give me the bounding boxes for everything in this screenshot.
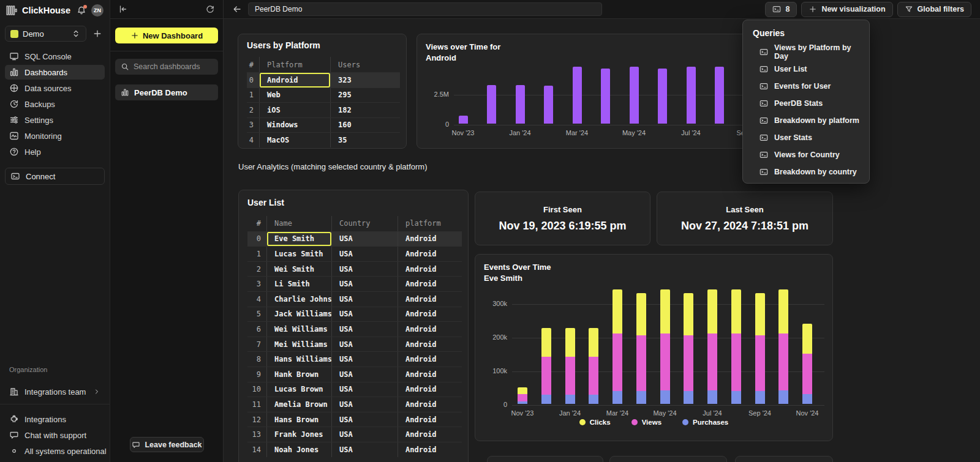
new-dashboard-button[interactable]: New Dashboard (115, 28, 218, 43)
table-cell[interactable]: Android (259, 73, 330, 88)
table-cell[interactable]: USA (331, 352, 398, 367)
table-cell[interactable]: 3 (247, 118, 259, 133)
collapse-panel-icon[interactable] (118, 4, 128, 14)
search-dashboards-box[interactable] (115, 59, 218, 75)
table-cell[interactable]: USA (331, 382, 398, 397)
queries-count-button[interactable]: 8 (765, 2, 797, 17)
query-item[interactable]: User List (743, 61, 869, 78)
chart-bar[interactable] (687, 67, 696, 124)
table-cell[interactable]: Windows (259, 118, 330, 133)
table-cell[interactable]: 7 (247, 337, 266, 352)
sidebar-item-help[interactable]: Help (5, 144, 105, 159)
sidebar-item-monitoring[interactable]: Monitoring (5, 129, 105, 143)
chart-bar-stack[interactable] (518, 387, 527, 404)
chart-bar[interactable] (715, 67, 724, 124)
chart-bar-stack[interactable] (565, 328, 575, 404)
chart-bar[interactable] (573, 67, 582, 124)
table-row[interactable]: 7Mei WilliamsUSAAndroid (247, 337, 462, 352)
table-cell[interactable]: 13 (247, 427, 266, 442)
chart-bar-stack[interactable] (660, 289, 670, 404)
query-item[interactable]: Views for Country (743, 146, 869, 163)
table-row[interactable]: 1Lucas SmithUSAAndroid (247, 246, 462, 261)
global-filters-button[interactable]: Global filters (897, 2, 971, 17)
table-cell[interactable]: Lucas Brown (266, 382, 331, 397)
table-cell[interactable]: Wei Williams (266, 322, 331, 337)
table-row[interactable]: 9Hank BrownUSAAndroid (247, 367, 462, 382)
sidebar-item-integrations[interactable]: Integrations (5, 412, 105, 427)
table-row[interactable]: 6Wei WilliamsUSAAndroid (247, 321, 462, 337)
table-row[interactable]: 12Hans BrownUSAAndroid (247, 412, 462, 427)
table-cell[interactable]: USA (331, 367, 398, 382)
table-cell[interactable]: Li Smith (266, 277, 331, 291)
search-dashboards-input[interactable] (134, 62, 213, 71)
table-cell[interactable]: Android (398, 382, 462, 397)
table-cell[interactable]: Android (398, 367, 462, 382)
chart-bar-stack[interactable] (541, 328, 551, 404)
table-row[interactable]: 13Frank JonesUSAAndroid (247, 427, 462, 442)
table-cell[interactable]: Mei Williams (266, 337, 331, 352)
dashboard-title-input[interactable] (248, 2, 602, 16)
table-cell[interactable]: iOS (259, 103, 330, 117)
table-row[interactable]: 14Noah JonesUSAAndroid (247, 442, 462, 457)
sidebar-item-dashboards[interactable]: Dashboards (5, 65, 105, 80)
sidebar-item-data-sources[interactable]: Data sources (5, 81, 105, 95)
table-cell[interactable]: USA (331, 337, 398, 352)
chart-bar[interactable] (544, 86, 553, 124)
table-row[interactable]: 2Wei SmithUSAAndroid (247, 261, 462, 277)
chart-bar[interactable] (630, 67, 639, 124)
table-cell[interactable]: Android (398, 232, 462, 247)
table-cell[interactable]: MacOS (259, 133, 330, 147)
chart-bar[interactable] (658, 69, 667, 124)
table-cell[interactable]: USA (331, 292, 398, 307)
table-cell[interactable]: 8 (247, 352, 266, 367)
table-cell[interactable]: Noah Jones (266, 442, 331, 457)
chart-bar-stack[interactable] (755, 293, 765, 404)
chart-bar-stack[interactable] (684, 293, 693, 404)
legend-item[interactable]: Views (631, 419, 662, 426)
table-row[interactable]: 4MacOS35 (247, 132, 400, 147)
sidebar-item-settings[interactable]: Settings (5, 113, 105, 127)
back-button[interactable] (232, 4, 242, 14)
table-cell[interactable]: USA (331, 307, 398, 322)
table-cell[interactable]: Jack Williams (266, 307, 331, 322)
table-cell[interactable]: Android (398, 412, 462, 427)
leave-feedback-button[interactable]: Leave feedback (130, 437, 204, 452)
table-cell[interactable]: Hank Brown (266, 367, 331, 382)
table-cell[interactable]: 10 (247, 382, 266, 397)
table-cell[interactable]: Amelia Brown (266, 397, 331, 412)
chart-bar[interactable] (516, 85, 525, 124)
table-cell[interactable]: Eve Smith (266, 232, 331, 247)
table-cell[interactable]: 2 (247, 262, 266, 277)
sidebar-item-chat-with-support[interactable]: Chat with support (5, 428, 105, 442)
new-visualization-button[interactable]: New visualization (801, 2, 892, 17)
table-row[interactable]: 8Hans WilliamsUSAAndroid (247, 351, 462, 367)
table-cell[interactable]: Frank Jones (266, 427, 331, 442)
table-cell[interactable]: 160 (330, 118, 400, 133)
table-cell[interactable]: USA (331, 277, 398, 291)
table-cell[interactable]: 1 (247, 247, 266, 261)
table-cell[interactable]: 0 (247, 73, 259, 88)
table-cell[interactable]: 4 (247, 133, 259, 147)
table-cell[interactable]: Android (398, 397, 462, 412)
chart-bar-stack[interactable] (707, 289, 717, 404)
chart-bar-stack[interactable] (731, 289, 741, 404)
table-cell[interactable]: 295 (330, 88, 400, 103)
table-cell[interactable]: Wei Smith (266, 262, 331, 277)
table-cell[interactable]: Lucas Smith (266, 247, 331, 261)
table-cell[interactable]: 5 (247, 307, 266, 322)
table-cell[interactable]: Android (398, 337, 462, 352)
table-cell[interactable]: 14 (247, 442, 266, 457)
chart-bar-stack[interactable] (802, 324, 812, 404)
table-cell[interactable]: Hans Brown (266, 412, 331, 427)
table-cell[interactable]: 0 (247, 232, 266, 247)
workspace-selector[interactable]: Demo (5, 26, 86, 42)
chart-bar[interactable] (487, 85, 496, 124)
sidebar-item-backups[interactable]: Backups (5, 97, 105, 111)
table-cell[interactable]: Android (398, 247, 462, 261)
table-cell[interactable]: 11 (247, 397, 266, 412)
table-cell[interactable]: Android (398, 322, 462, 337)
table-row[interactable]: 3Li SmithUSAAndroid (247, 276, 462, 291)
table-row[interactable]: 5Jack WilliamsUSAAndroid (247, 307, 462, 322)
dashboard-list-item[interactable]: PeerDB Demo (115, 84, 218, 100)
table-row[interactable]: 11Amelia BrownUSAAndroid (247, 397, 462, 412)
